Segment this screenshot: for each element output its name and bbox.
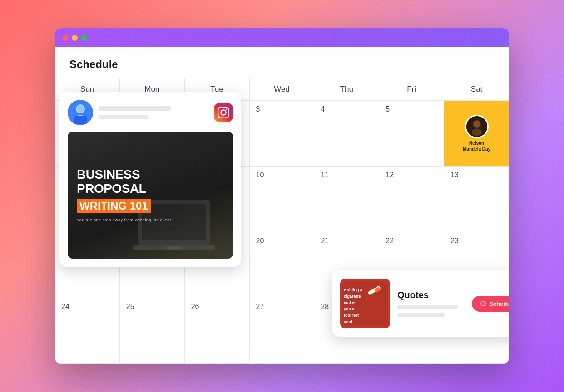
nelson-mandela-badge: NelsonMandela Day <box>450 105 503 162</box>
post-meta-handle-placeholder <box>99 115 148 119</box>
cell-r1-thu[interactable]: 4 <box>314 101 379 167</box>
cell-r2-thu[interactable]: 11 <box>314 167 379 232</box>
post-meta-name-placeholder <box>99 106 171 111</box>
svg-text:you a: you a <box>344 307 355 311</box>
nelson-text: NelsonMandela Day <box>463 140 490 152</box>
maximize-dot[interactable] <box>81 35 87 41</box>
post-title-highlight: WRITING 101 <box>77 199 151 213</box>
page-title: Schedule <box>69 58 495 71</box>
post-title-line2: PROPOSAL <box>77 182 224 196</box>
cell-r4-tue[interactable]: 26 <box>185 298 250 364</box>
svg-point-2 <box>471 128 482 136</box>
svg-point-12 <box>166 246 182 250</box>
post-meta <box>99 106 208 119</box>
quotes-title: Quotes <box>397 290 465 300</box>
schedule-button[interactable]: Schedule <box>472 296 509 312</box>
instagram-svg <box>218 107 229 118</box>
post-title-line1: BUSINESS <box>77 168 224 182</box>
title-bar <box>55 28 509 47</box>
svg-point-7 <box>77 105 84 113</box>
quotes-line1 <box>397 305 458 309</box>
calendar-area: Sun Mon Tue Wed Thu Fri Sat 1 2 3 4 5 <box>55 78 509 364</box>
day-header-thu: Thu <box>314 78 379 100</box>
svg-point-3 <box>473 121 480 127</box>
nelson-avatar-svg <box>466 115 487 138</box>
cell-r1-fri[interactable]: 5 <box>379 101 444 167</box>
post-card-header <box>68 100 233 125</box>
post-avatar <box>68 100 93 125</box>
svg-rect-8 <box>74 116 87 124</box>
cell-r2-wed[interactable]: 10 <box>250 167 315 232</box>
post-text-content: BUSINESS PROPOSAL WRITING 101 You are on… <box>77 168 224 222</box>
cell-r2-fri[interactable]: 12 <box>379 167 444 232</box>
post-image: BUSINESS PROPOSAL WRITING 101 You are on… <box>68 132 233 259</box>
svg-text:Holding a: Holding a <box>344 288 363 292</box>
browser-window: Schedule Sun Mon Tue Wed Thu Fri Sat 1 2… <box>55 28 509 364</box>
quotes-image-svg: Holding a cigarette makes you a fool not… <box>340 279 390 328</box>
svg-text:cool: cool <box>344 319 352 324</box>
app-header: Schedule <box>55 47 509 78</box>
schedule-button-label: Schedule <box>489 300 509 307</box>
avatar-svg <box>68 100 93 125</box>
post-card-popup[interactable]: BUSINESS PROPOSAL WRITING 101 You are on… <box>59 92 241 267</box>
app-content: Schedule Sun Mon Tue Wed Thu Fri Sat 1 2… <box>55 47 509 364</box>
cell-r2-sat[interactable]: 13 <box>444 167 509 232</box>
post-subtitle: You are one step away from Winning the c… <box>77 218 224 222</box>
cell-r4-sun[interactable]: 24 <box>55 298 120 364</box>
day-header-wed: Wed <box>250 78 315 100</box>
clock-icon <box>480 300 486 307</box>
cell-r4-wed[interactable]: 27 <box>250 298 315 364</box>
minimize-dot[interactable] <box>72 35 78 41</box>
quotes-popup[interactable]: Holding a cigarette makes you a fool not… <box>332 270 509 337</box>
svg-text:fool not: fool not <box>344 313 359 318</box>
cell-r4-mon[interactable]: 25 <box>120 298 185 364</box>
svg-text:cigarette: cigarette <box>344 294 361 299</box>
cell-r3-wed[interactable]: 20 <box>250 232 315 298</box>
nelson-avatar <box>465 115 489 138</box>
quotes-image: Holding a cigarette makes you a fool not… <box>340 279 390 328</box>
quotes-line2 <box>397 313 445 317</box>
svg-text:makes: makes <box>344 300 356 305</box>
cell-nelson-mandela[interactable]: NelsonMandela Day <box>444 101 509 167</box>
day-header-sat: Sat <box>444 78 509 100</box>
close-dot[interactable] <box>62 35 68 41</box>
cell-r1-wed[interactable]: 3 <box>250 101 315 167</box>
quotes-meta: Quotes <box>397 290 465 317</box>
day-header-fri: Fri <box>379 78 444 100</box>
instagram-icon <box>214 103 233 122</box>
